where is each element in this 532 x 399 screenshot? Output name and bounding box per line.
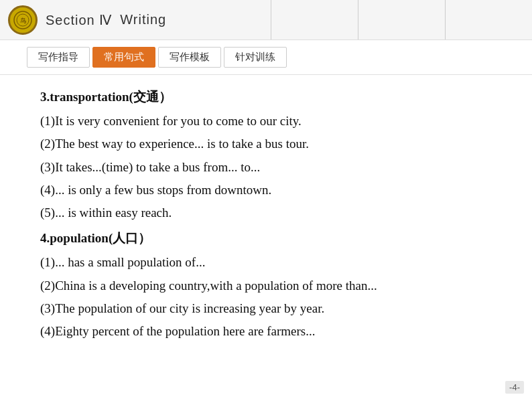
section3-heading: 3.transportation(交通） — [40, 86, 492, 108]
header-title: Writing — [120, 12, 166, 27]
svg-text:鸟: 鸟 — [20, 17, 26, 24]
content-line-8: (3)The population of our city is increas… — [40, 297, 492, 320]
header-col-1 — [271, 0, 358, 39]
section4-heading: 4.population(人口） — [40, 227, 492, 250]
content-line-9: (4)Eighty percent of the population here… — [40, 320, 492, 343]
content-line-1: (1)It is very convenient for you to come… — [40, 110, 492, 133]
page-number: -4- — [505, 381, 524, 394]
header-columns — [271, 0, 532, 39]
content-line-7: (2)China is a developing country,with a … — [40, 274, 492, 297]
content-line-4: (4)... is only a few bus stops from down… — [40, 179, 492, 202]
tab-writing-guide[interactable]: 写作指导 — [27, 47, 90, 68]
header-col-2 — [358, 0, 445, 39]
logo: 鸟 — [8, 5, 38, 35]
main-content: 3.transportation(交通） (1)It is very conve… — [0, 75, 532, 353]
content-line-2: (2)The best way to experience... is to t… — [40, 133, 492, 155]
tab-common-sentences[interactable]: 常用句式 — [92, 47, 155, 68]
content-line-5: (5)... is within easy reach. — [40, 202, 492, 224]
tab-bar: 写作指导 常用句式 写作模板 针对训练 — [0, 40, 532, 75]
tab-writing-template[interactable]: 写作模板 — [158, 47, 221, 68]
tab-targeted-practice[interactable]: 针对训练 — [224, 47, 287, 68]
header-section-label: Section Ⅳ — [46, 12, 112, 28]
content-line-6: (1)... has a small population of... — [40, 251, 492, 274]
header: 鸟 Section Ⅳ Writing — [0, 0, 532, 40]
content-line-3: (3)It takes...(time) to take a bus from.… — [40, 156, 492, 179]
header-col-3 — [445, 0, 532, 39]
